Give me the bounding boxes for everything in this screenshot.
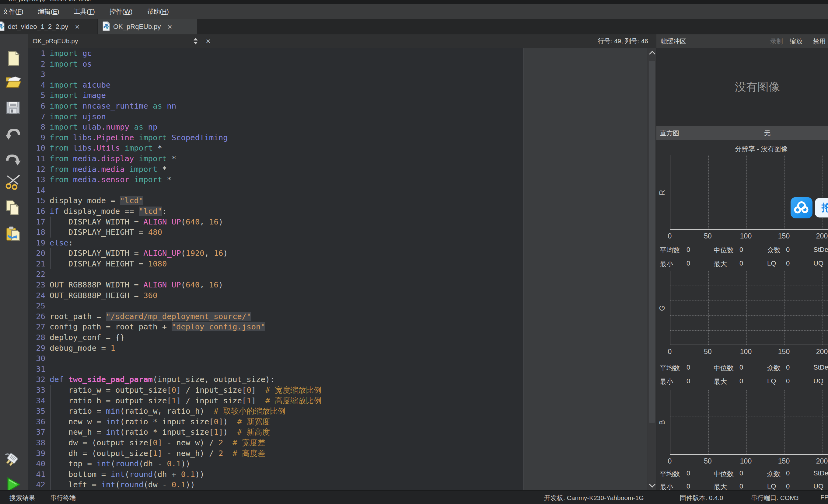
- code-line-22: 22: [28, 269, 524, 280]
- stat-value: 0: [739, 364, 743, 371]
- resolution-label: 分辨率 - 没有图像: [656, 144, 828, 154]
- line-number: 24: [28, 290, 45, 301]
- editor-empty-region: [524, 48, 648, 490]
- code-line-2: 2import os: [28, 59, 524, 69]
- line-number: 32: [28, 374, 45, 385]
- stat-value: 0: [786, 377, 790, 385]
- stat-value: 0: [687, 364, 690, 371]
- line-number: 15: [28, 195, 45, 206]
- line-number: 1: [28, 48, 45, 59]
- paste-icon: [5, 238, 21, 243]
- drag-drop-label: 拖拽: [822, 201, 828, 215]
- histogram-plot-g: [670, 271, 828, 345]
- zoom-button[interactable]: 缩放: [790, 37, 802, 46]
- cut-button[interactable]: [5, 173, 21, 190]
- python-file-icon: [0, 21, 5, 32]
- line-number: 23: [28, 280, 45, 290]
- scroll-up-icon[interactable]: [649, 51, 656, 57]
- code-line-36: 36new_w = int(ratio * input_size[0]) # 新…: [28, 416, 524, 427]
- editor-header: OK_pRqEUb.py × 行号: 49, 列号: 46: [28, 34, 656, 48]
- save-file-button[interactable]: [5, 99, 21, 116]
- stat-value: 0: [786, 246, 790, 254]
- open-file-button[interactable]: [5, 74, 21, 90]
- stat-value: 0: [687, 469, 690, 477]
- record-button[interactable]: 录制: [770, 37, 783, 46]
- line-number: 39: [28, 448, 45, 459]
- stat-value: 0: [739, 246, 743, 254]
- tab-close-icon[interactable]: ×: [75, 23, 79, 31]
- stat-label: 中位数: [714, 469, 734, 478]
- editor-close-icon[interactable]: ×: [206, 37, 210, 46]
- redo-button[interactable]: [5, 152, 21, 169]
- histogram-plot-r: [670, 155, 828, 229]
- x-tick-label: 100: [736, 348, 755, 356]
- drag-drop-overlay[interactable]: 拖拽: [815, 198, 828, 217]
- undo-button[interactable]: [5, 126, 21, 143]
- menu-item-w[interactable]: 控件(W): [102, 7, 140, 16]
- line-number: 14: [28, 185, 45, 196]
- code-line-3: 3: [28, 69, 524, 80]
- paste-button[interactable]: [5, 226, 21, 242]
- stat-label: UQ: [814, 377, 823, 385]
- line-number: 3: [28, 69, 45, 80]
- line-number: 10: [28, 143, 45, 153]
- output-pane-tab[interactable]: 搜索结果: [9, 494, 35, 502]
- stat-label: 最小: [660, 377, 673, 386]
- connect-button[interactable]: [5, 451, 21, 467]
- baidu-netdisk-icon[interactable]: [791, 197, 813, 218]
- menu-item-f[interactable]: 文件(F): [0, 7, 31, 16]
- output-pane-tab[interactable]: 串行终端: [50, 494, 76, 502]
- ide-window: OK_pRqEUb.py - CanMV IDE K230 文件(F)编辑(E)…: [0, 0, 828, 504]
- window-title-bar: OK_pRqEUb.py - CanMV IDE K230: [0, 0, 828, 4]
- triangle-up-icon: [194, 38, 198, 40]
- code-editor[interactable]: 1import gc2import os34import aicube5impo…: [28, 48, 524, 490]
- new-file-button[interactable]: [5, 50, 21, 67]
- line-number: 9: [28, 132, 45, 143]
- triangle-down-icon: [194, 42, 198, 44]
- stat-label: LQ: [767, 482, 776, 490]
- line-number: 33: [28, 385, 45, 395]
- image-preview-area: 没有图像: [656, 48, 828, 126]
- code-line-28: 28deploy_conf = {}: [28, 332, 524, 343]
- x-tick-label: 0: [660, 457, 679, 465]
- code-line-16: 16if display_mode == "lcd":: [28, 206, 524, 217]
- menu-item-h[interactable]: 帮助(H): [140, 7, 176, 16]
- stat-label: 最大: [714, 377, 727, 386]
- code-line-1: 1import gc: [28, 48, 524, 59]
- line-number: 19: [28, 238, 45, 248]
- tab-OK_pRqEUb.py[interactable]: OK_pRqEUb.py×: [98, 19, 197, 34]
- copy-button[interactable]: [5, 200, 21, 216]
- stat-value: 0: [687, 482, 690, 490]
- split-view-icon[interactable]: [194, 38, 198, 44]
- menu-item-e[interactable]: 编辑(E): [31, 7, 67, 16]
- code-line-33: 33ratio_w = output_size[0] / input_size[…: [28, 385, 524, 395]
- stat-value: 0: [739, 377, 743, 385]
- line-number: 27: [28, 322, 45, 332]
- stat-label: 平均数: [660, 469, 680, 478]
- stat-label: UQ: [814, 259, 823, 267]
- line-number: 4: [28, 80, 45, 90]
- line-number: 16: [28, 206, 45, 217]
- board-status-info: 固件版本: 0.4.0: [680, 494, 723, 502]
- stat-label: 中位数: [714, 246, 734, 255]
- histogram-mode-select[interactable]: 无: [764, 129, 771, 137]
- menu-item-t[interactable]: 工具(T): [67, 7, 102, 16]
- line-number: 13: [28, 174, 45, 185]
- code-line-20: 20DISPLAY_WIDTH = ALIGN_UP(1920, 16): [28, 248, 524, 258]
- tab-close-icon[interactable]: ×: [168, 23, 172, 31]
- editor-vertical-scrollbar[interactable]: [648, 48, 656, 490]
- disable-button[interactable]: 禁用: [813, 37, 826, 46]
- scroll-down-icon[interactable]: [649, 481, 656, 488]
- scrollbar-thumb[interactable]: [649, 61, 655, 423]
- x-tick-label: 150: [774, 232, 794, 240]
- code-line-21: 21DISPLAY_HEIGHT = 1080: [28, 258, 524, 269]
- tab-det_video_1_2_2.py[interactable]: det_video_1_2_2.py×: [0, 19, 97, 34]
- stat-label: StDe: [814, 364, 828, 371]
- stat-label: 最小: [660, 482, 673, 490]
- stat-label: 最小: [660, 259, 673, 268]
- stat-value: 0: [687, 259, 690, 267]
- status-bar: 搜索结果串行终端开发板: Canmy-K230-Yahboom-1G固件版本: …: [0, 490, 828, 504]
- stat-value: 0: [739, 259, 743, 267]
- code-line-24: 24OUT_RGB888P_HEIGH = 360: [28, 290, 524, 301]
- line-number: 8: [28, 122, 45, 132]
